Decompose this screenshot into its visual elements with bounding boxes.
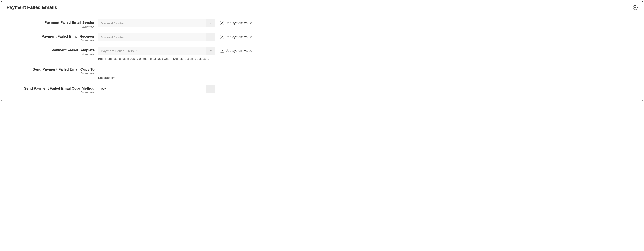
system-col: Use system value bbox=[215, 47, 252, 53]
label-col: Send Payment Failed Email Copy Method [s… bbox=[6, 85, 98, 94]
chevron-up-icon bbox=[634, 7, 636, 9]
receiver-use-system-checkbox[interactable] bbox=[220, 35, 224, 39]
template-use-system-checkbox[interactable] bbox=[220, 49, 224, 53]
payment-failed-emails-panel: Payment Failed Emails Payment Failed Ema… bbox=[1, 1, 643, 102]
panel-title: Payment Failed Emails bbox=[6, 5, 57, 10]
sender-select[interactable]: General Contact bbox=[98, 19, 215, 27]
label-col: Payment Failed Email Sender [store view] bbox=[6, 19, 98, 28]
copy-method-select[interactable]: Bcc bbox=[98, 85, 215, 93]
copy-method-label: Send Payment Failed Email Copy Method bbox=[24, 86, 94, 90]
receiver-scope: [store view] bbox=[6, 39, 94, 42]
template-select-wrap: Payment Failed (Default) bbox=[98, 47, 215, 55]
system-col: Use system value bbox=[215, 33, 252, 39]
collapse-button[interactable] bbox=[633, 5, 638, 10]
sender-label: Payment Failed Email Sender bbox=[44, 21, 94, 25]
row-copy-to: Send Payment Failed Email Copy To [store… bbox=[6, 66, 638, 80]
copy-to-input[interactable] bbox=[98, 66, 215, 74]
receiver-select-wrap: General Contact bbox=[98, 33, 215, 41]
input-col: Separate by ",". bbox=[98, 66, 215, 80]
row-receiver: Payment Failed Email Receiver [store vie… bbox=[6, 33, 638, 42]
copy-method-scope: [store view] bbox=[6, 91, 94, 94]
check-icon bbox=[221, 22, 223, 24]
check-icon bbox=[221, 36, 223, 38]
receiver-label: Payment Failed Email Receiver bbox=[42, 34, 94, 38]
sender-use-system-label[interactable]: Use system value bbox=[225, 21, 252, 25]
sender-use-system-checkbox[interactable] bbox=[220, 21, 224, 25]
template-select[interactable]: Payment Failed (Default) bbox=[98, 47, 215, 55]
row-template: Payment Failed Template [store view] Pay… bbox=[6, 47, 638, 61]
panel-header: Payment Failed Emails bbox=[6, 5, 638, 10]
receiver-use-system-label[interactable]: Use system value bbox=[225, 35, 252, 39]
receiver-select[interactable]: General Contact bbox=[98, 33, 215, 41]
copy-to-help-text: Separate by ",". bbox=[98, 76, 215, 80]
system-col: Use system value bbox=[215, 19, 252, 25]
template-scope: [store view] bbox=[6, 53, 94, 56]
copy-to-label: Send Payment Failed Email Copy To bbox=[33, 67, 94, 71]
input-col: Bcc bbox=[98, 85, 215, 93]
label-col: Payment Failed Email Receiver [store vie… bbox=[6, 33, 98, 42]
label-col: Send Payment Failed Email Copy To [store… bbox=[6, 66, 98, 75]
template-help-text: Email template chosen based on theme fal… bbox=[98, 57, 215, 61]
input-col: General Contact bbox=[98, 33, 215, 41]
template-label: Payment Failed Template bbox=[52, 48, 94, 52]
input-col: Payment Failed (Default) Email template … bbox=[98, 47, 215, 61]
input-col: General Contact bbox=[98, 19, 215, 27]
row-copy-method: Send Payment Failed Email Copy Method [s… bbox=[6, 85, 638, 94]
row-sender: Payment Failed Email Sender [store view]… bbox=[6, 19, 638, 28]
sender-scope: [store view] bbox=[6, 25, 94, 28]
label-col: Payment Failed Template [store view] bbox=[6, 47, 98, 56]
sender-select-wrap: General Contact bbox=[98, 19, 215, 27]
copy-to-scope: [store view] bbox=[6, 72, 94, 75]
check-icon bbox=[221, 50, 223, 52]
copy-method-select-wrap: Bcc bbox=[98, 85, 215, 93]
template-use-system-label[interactable]: Use system value bbox=[225, 49, 252, 53]
